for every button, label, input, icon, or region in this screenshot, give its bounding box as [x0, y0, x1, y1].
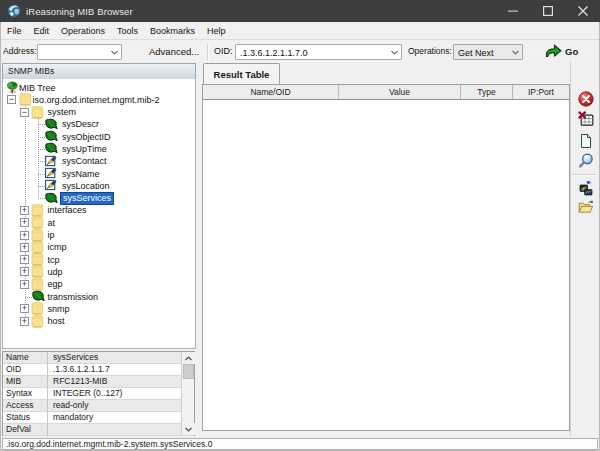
expand-handle-icon[interactable]: + [20, 206, 29, 215]
app-globe-icon [7, 4, 21, 18]
menu-item[interactable]: Help [201, 22, 232, 40]
tree-node-label[interactable]: host [46, 315, 67, 327]
expand-handle-icon[interactable]: + [20, 280, 29, 289]
column-header[interactable]: Name/OID [203, 85, 339, 99]
tree-node-label[interactable]: MIB Tree [17, 82, 58, 94]
tree-node-sysContact[interactable]: sysContact [3, 155, 195, 167]
graph-icon[interactable] [578, 180, 594, 196]
open-folder-icon[interactable] [578, 199, 594, 215]
tree-node-label[interactable]: snmp [46, 303, 72, 315]
tree-node-label[interactable]: transmission [46, 291, 101, 303]
tree-node-sysName[interactable]: sysName [3, 167, 195, 179]
tree-node-udp[interactable]: +udp [3, 265, 195, 277]
address-dropdown-icon[interactable] [111, 49, 118, 56]
expand-handle-icon[interactable]: + [20, 231, 29, 240]
menu-item[interactable]: File [1, 22, 28, 40]
menu-item[interactable]: Bookmarks [144, 22, 201, 40]
tree-node-system[interactable]: −system [3, 106, 195, 118]
tree-node-label[interactable]: tcp [46, 254, 62, 266]
tree-node-snmp[interactable]: +snmp [3, 302, 195, 314]
oid-combobox[interactable]: .1.3.6.1.2.1.1.7.0 [235, 44, 402, 60]
tree-node-label[interactable]: icmp [46, 241, 69, 253]
tree-node-icmp[interactable]: +icmp [3, 241, 195, 253]
go-button[interactable]: Go [545, 42, 578, 61]
expand-handle-icon[interactable]: + [20, 218, 29, 227]
tree-node-label[interactable]: sysName [60, 168, 102, 180]
expand-handle-icon[interactable]: + [20, 304, 29, 313]
property-row[interactable]: Status mandatory [3, 412, 194, 424]
leaf-icon [31, 290, 44, 302]
tree-node-label[interactable]: sysUpTime [60, 143, 109, 155]
mib-tree: MIB Tree−iso.org.dod.internet.mgmt.mib-2… [3, 81, 195, 327]
close-button[interactable] [565, 0, 600, 22]
menu-item[interactable]: Edit [28, 22, 56, 40]
column-header[interactable]: Value [339, 85, 461, 99]
new-document-icon[interactable] [578, 133, 594, 149]
tree-node-host[interactable]: +host [3, 315, 195, 327]
expand-handle-icon[interactable]: + [20, 317, 29, 326]
oid-label: OID: [214, 41, 233, 62]
advanced-button[interactable]: Advanced... [149, 41, 199, 62]
tree-node-label[interactable]: iso.org.dod.internet.mgmt.mib-2 [31, 94, 162, 106]
minimize-button[interactable] [495, 0, 530, 22]
maximize-button[interactable] [530, 0, 565, 22]
expand-handle-icon[interactable]: + [20, 267, 29, 276]
address-combobox[interactable] [37, 44, 122, 60]
tree-node-at[interactable]: +at [3, 216, 195, 228]
scroll-down-icon[interactable] [182, 423, 195, 435]
operations-combobox[interactable]: Get Next [453, 44, 523, 60]
property-row[interactable]: Name sysServices [3, 352, 194, 364]
tree-node-label[interactable]: sysDescr [60, 118, 101, 130]
collapse-handle-icon[interactable]: − [20, 108, 29, 117]
tree-node-label[interactable]: sysContact [60, 155, 109, 167]
titlebar[interactable]: iReasoning MIB Browser [0, 0, 600, 22]
tree-node-label[interactable]: egp [46, 278, 65, 290]
tree-node-label[interactable]: system [46, 106, 79, 118]
tree-node-sysDescr[interactable]: sysDescr [3, 118, 195, 130]
scrollbar-thumb[interactable] [183, 364, 194, 379]
tree-node-interfaces[interactable]: +interfaces [3, 204, 195, 216]
tree-node-label[interactable]: ip [46, 229, 57, 241]
tree-node-iso.org.dod.internet.mgmt.mib-2[interactable]: −iso.org.dod.internet.mgmt.mib-2 [3, 93, 195, 105]
property-row[interactable]: MIB RFC1213-MIB [3, 376, 194, 388]
property-rows: Name sysServices OID .1.3.6.1.2.1.1.7 MI… [3, 352, 194, 436]
tree-node-tcp[interactable]: +tcp [3, 253, 195, 265]
result-table-header: Name/OIDValueTypeIP:Port [203, 85, 569, 100]
tree-node-MIB Tree[interactable]: MIB Tree [3, 81, 195, 93]
tree-node-label[interactable]: sysObjectID [60, 131, 113, 143]
tab-result-table[interactable]: Result Table [203, 63, 280, 84]
menu-item[interactable]: Tools [111, 22, 144, 40]
tree-node-sysObjectID[interactable]: sysObjectID [3, 130, 195, 142]
column-header[interactable]: Type [461, 85, 513, 99]
property-row[interactable]: Access read-only [3, 400, 194, 412]
clear-table-icon[interactable] [578, 111, 594, 127]
expand-handle-icon[interactable]: + [20, 243, 29, 252]
menu-item[interactable]: Operations [55, 22, 111, 40]
tree-node-egp[interactable]: +egp [3, 278, 195, 290]
tree-node-ip[interactable]: +ip [3, 229, 195, 241]
property-row[interactable]: DefVal [3, 424, 194, 436]
folder-icon [31, 106, 44, 118]
properties-scrollbar[interactable] [181, 352, 194, 435]
tree-node-label[interactable]: udp [46, 266, 65, 278]
tree-node-label[interactable]: interfaces [46, 204, 89, 216]
collapse-handle-icon[interactable]: − [7, 95, 16, 104]
property-name: MIB [3, 376, 48, 388]
oid-dropdown-icon[interactable] [391, 49, 398, 56]
tree-node-transmission[interactable]: transmission [3, 290, 195, 302]
expand-handle-icon[interactable]: + [20, 255, 29, 264]
tree-node-label[interactable]: sysLocation [60, 180, 112, 192]
column-header[interactable]: IP:Port [513, 85, 569, 99]
stop-icon[interactable] [578, 91, 594, 107]
tree-node-sysLocation[interactable]: sysLocation [3, 179, 195, 191]
mibs-panel-header: SNMP MIBs [2, 63, 196, 80]
property-row[interactable]: OID .1.3.6.1.2.1.1.7 [3, 364, 194, 376]
scroll-up-icon[interactable] [182, 352, 195, 364]
tree-node-sysServices[interactable]: sysServices [3, 192, 195, 204]
property-name: Status [3, 412, 48, 424]
tree-node-sysUpTime[interactable]: sysUpTime [3, 142, 195, 154]
operations-dropdown-icon[interactable] [512, 49, 519, 56]
property-row[interactable]: Syntax INTEGER (0..127) [3, 388, 194, 400]
tree-node-label[interactable]: at [46, 217, 58, 229]
search-icon[interactable] [578, 153, 594, 169]
